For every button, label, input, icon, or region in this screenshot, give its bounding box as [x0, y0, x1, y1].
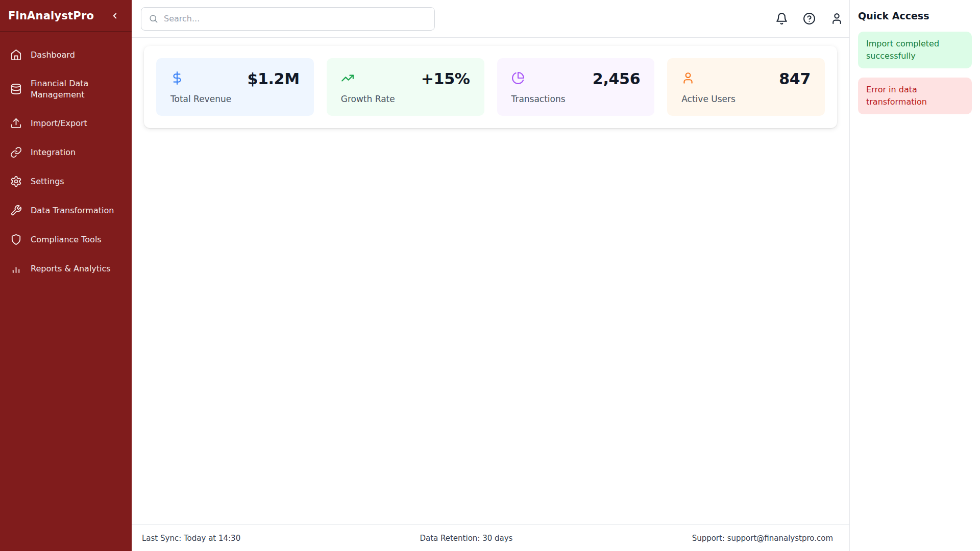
topbar-icons: [775, 12, 843, 25]
stat-card-top-row: $1.2M: [170, 71, 300, 87]
quick-access-title: Quick Access: [858, 10, 972, 21]
sidebar-item-label: Reports & Analytics: [31, 263, 111, 274]
dollar-sign-icon: [170, 71, 184, 85]
database-icon: [10, 83, 22, 95]
sidebar-item-dashboard[interactable]: Dashboard: [0, 43, 132, 67]
stat-card-transactions: 2,456 Transactions: [497, 58, 655, 116]
sidebar-item-reports-analytics[interactable]: Reports & Analytics: [0, 257, 132, 281]
sidebar-nav: Dashboard Financial Data Management Impo…: [0, 32, 132, 286]
sidebar: FinAnalystPro Dashboard Financial Data M…: [0, 0, 132, 551]
notification-error[interactable]: Error in data transformation: [858, 78, 972, 114]
link-icon: [10, 146, 22, 158]
topbar: [132, 0, 849, 38]
sidebar-item-data-transformation[interactable]: Data Transformation: [0, 198, 132, 222]
search-box: [141, 7, 435, 31]
chevron-left-icon: [110, 11, 119, 20]
sidebar-item-financial-data-management[interactable]: Financial Data Management: [0, 72, 132, 106]
stat-label: Total Revenue: [170, 94, 300, 104]
footer-support: Support: support@finanalystpro.com: [692, 534, 833, 543]
main-content: $1.2M Total Revenue +15% Growth Rate: [132, 38, 849, 524]
stat-value: 2,456: [593, 71, 640, 87]
stat-card-top-row: 847: [681, 71, 811, 87]
quick-access-panel: Quick Access Import completed successful…: [850, 0, 980, 551]
bar-chart-icon: [10, 263, 22, 274]
bell-icon: [775, 12, 788, 25]
sidebar-item-label: Data Transformation: [31, 205, 114, 216]
sidebar-header: FinAnalystPro: [0, 0, 132, 32]
footer-data-retention: Data Retention: 30 days: [420, 534, 512, 543]
search-input[interactable]: [164, 14, 427, 23]
user-menu-button[interactable]: [830, 12, 843, 25]
sidebar-item-label: Import/Export: [31, 118, 87, 129]
sidebar-item-label: Financial Data Management: [31, 78, 124, 100]
shield-icon: [10, 234, 22, 245]
sidebar-item-settings[interactable]: Settings: [0, 169, 132, 193]
sidebar-item-label: Compliance Tools: [31, 234, 102, 245]
sidebar-item-label: Settings: [31, 176, 64, 187]
stat-label: Transactions: [511, 94, 641, 104]
stat-card-top-row: +15%: [341, 71, 470, 87]
trending-up-icon: [341, 71, 354, 85]
stat-label: Active Users: [681, 94, 811, 104]
stat-value: 847: [779, 71, 811, 87]
gear-icon: [10, 176, 22, 187]
footer-last-sync: Last Sync: Today at 14:30: [142, 534, 240, 543]
footer: Last Sync: Today at 14:30 Data Retention…: [132, 524, 849, 551]
upload-icon: [10, 117, 22, 129]
notification-success[interactable]: Import completed successfully: [858, 32, 972, 68]
sidebar-collapse-button[interactable]: [109, 10, 120, 21]
sidebar-item-label: Dashboard: [31, 49, 75, 61]
stat-label: Growth Rate: [341, 94, 470, 104]
stat-card-total-revenue: $1.2M Total Revenue: [156, 58, 314, 116]
sidebar-item-label: Integration: [31, 147, 76, 158]
sidebar-item-compliance-tools[interactable]: Compliance Tools: [0, 228, 132, 252]
sidebar-item-integration[interactable]: Integration: [0, 140, 132, 164]
wrench-icon: [10, 205, 22, 216]
stat-card-top-row: 2,456: [511, 71, 641, 87]
help-circle-icon: [803, 12, 816, 25]
stats-container: $1.2M Total Revenue +15% Growth Rate: [144, 46, 837, 128]
sidebar-item-import-export[interactable]: Import/Export: [0, 111, 132, 135]
stat-card-active-users: 847 Active Users: [667, 58, 825, 116]
search-icon: [149, 14, 158, 23]
pie-chart-icon: [511, 71, 525, 85]
user-icon: [830, 12, 843, 25]
home-icon: [10, 49, 22, 61]
main-column: $1.2M Total Revenue +15% Growth Rate: [132, 0, 850, 551]
help-button[interactable]: [803, 12, 816, 25]
user-icon: [681, 71, 695, 85]
stat-card-growth-rate: +15% Growth Rate: [327, 58, 484, 116]
stat-value: +15%: [421, 71, 470, 87]
stat-value: $1.2M: [247, 71, 299, 87]
app-logo: FinAnalystPro: [8, 10, 94, 22]
notifications-button[interactable]: [775, 12, 788, 25]
